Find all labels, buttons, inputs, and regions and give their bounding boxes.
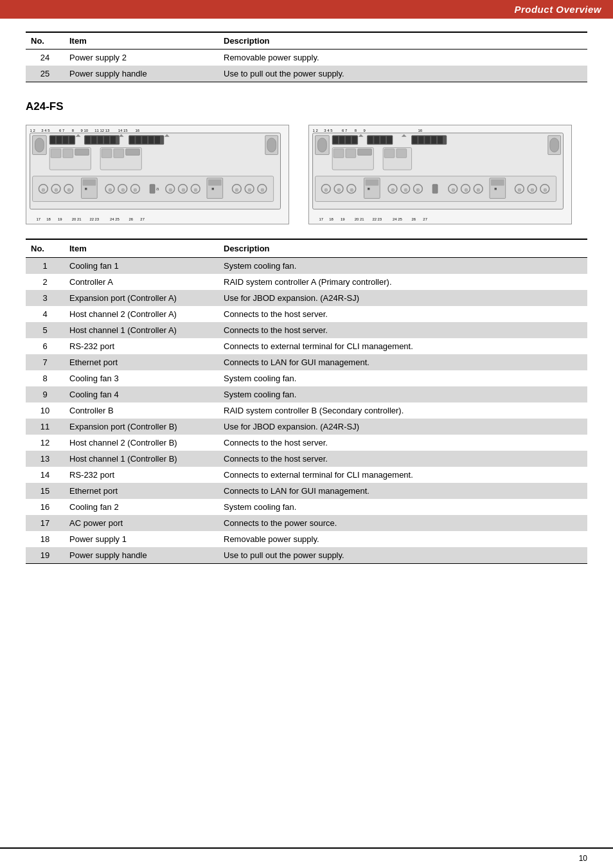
- svg-text:■: ■: [84, 186, 87, 191]
- cell-desc: System cooling fan.: [218, 499, 587, 515]
- cell-item: Power supply handle: [64, 66, 218, 82]
- cell-no: 9: [26, 386, 64, 402]
- cell-item: Host channel 2 (Controller B): [64, 435, 218, 451]
- svg-rect-110: [333, 149, 344, 158]
- svg-rect-33: [63, 149, 73, 158]
- svg-text:⊗: ⊗: [133, 187, 138, 193]
- svg-rect-27: [155, 136, 160, 144]
- svg-text:■: ■: [211, 186, 214, 191]
- main-col-header-item: Item: [64, 239, 218, 258]
- svg-rect-10: [35, 138, 44, 152]
- cell-item: Host channel 1 (Controller B): [64, 451, 218, 467]
- svg-text:8: 8: [355, 129, 357, 132]
- svg-text:1 2: 1 2: [30, 129, 35, 132]
- svg-text:26: 26: [129, 217, 134, 221]
- cell-desc: RAID system controller B (Secondary cont…: [218, 402, 587, 419]
- svg-text:16: 16: [135, 129, 139, 132]
- svg-text:26: 26: [412, 217, 416, 221]
- svg-rect-105: [431, 136, 436, 144]
- col-header-no: No.: [26, 32, 64, 50]
- cell-item: Cooling fan 2: [64, 499, 218, 515]
- svg-text:⊗: ⊗: [181, 187, 186, 193]
- cell-desc: System cooling fan.: [218, 386, 587, 402]
- cell-no: 2: [26, 274, 64, 290]
- svg-rect-15: [69, 136, 75, 144]
- cell-desc: Use for JBOD expansion. (A24R-SJ): [218, 419, 587, 435]
- svg-text:9 10: 9 10: [81, 129, 89, 132]
- cell-no: 1: [26, 258, 64, 275]
- svg-text:22 23: 22 23: [89, 217, 99, 221]
- cell-item: Controller A: [64, 274, 218, 290]
- svg-text:⊗: ⊗: [168, 187, 173, 193]
- svg-rect-95: [352, 136, 357, 144]
- svg-text:6 7: 6 7: [342, 129, 347, 132]
- svg-text:18: 18: [329, 217, 333, 221]
- table-row: 18 Power supply 1 Removable power supply…: [26, 531, 587, 547]
- top-table: No. Item Description 24 Power supply 2 R…: [26, 32, 587, 82]
- table-row: 11 Expansion port (Controller B) Use for…: [26, 419, 587, 435]
- diagram-1: 1 2 3 4 5 6 7 8 9 10 11 12 13 14 15 16: [26, 125, 289, 224]
- svg-text:⊗: ⊗: [41, 187, 46, 193]
- table-row: 7 Ethernet port Connects to LAN for GUI …: [26, 354, 587, 370]
- svg-rect-47: [83, 179, 96, 186]
- svg-text:⊗: ⊗: [451, 187, 456, 193]
- svg-text:18: 18: [46, 217, 51, 221]
- svg-rect-106: [438, 136, 443, 144]
- table-row: 12 Host channel 2 (Controller B) Connect…: [26, 435, 587, 451]
- svg-rect-149: [550, 138, 559, 152]
- cell-item: RS-232 port: [64, 338, 218, 354]
- cell-item: Power supply handle: [64, 547, 218, 564]
- cell-item: Controller B: [64, 402, 218, 419]
- cell-no: 10: [26, 402, 64, 419]
- svg-text:1 2: 1 2: [313, 129, 318, 132]
- svg-text:⊗: ⊗: [416, 187, 420, 193]
- cell-item: Ethernet port: [64, 354, 218, 370]
- cell-item: AC power port: [64, 515, 218, 531]
- section-title: A24-FS: [26, 100, 587, 113]
- svg-text:⊗: ⊗: [391, 187, 395, 193]
- cell-desc: Connects to the host server.: [218, 322, 587, 338]
- cell-no: 7: [26, 354, 64, 370]
- cell-no: 5: [26, 322, 64, 338]
- svg-rect-115: [396, 149, 407, 158]
- svg-text:17: 17: [319, 217, 323, 221]
- svg-text:20 21: 20 21: [355, 217, 364, 221]
- cell-desc: RAID system controller A (Primary contro…: [218, 274, 587, 290]
- svg-text:19: 19: [58, 217, 62, 221]
- cell-desc: Removable power supply.: [218, 50, 587, 66]
- cell-no: 16: [26, 499, 64, 515]
- table-row: 14 RS-232 port Connects to external term…: [26, 467, 587, 483]
- cell-no: 24: [26, 50, 64, 66]
- cell-item: Expansion port (Controller B): [64, 419, 218, 435]
- svg-text:8: 8: [72, 129, 75, 132]
- cell-desc: Connects to LAN for GUI management.: [218, 483, 587, 499]
- cell-item: Cooling fan 4: [64, 386, 218, 402]
- svg-text:⊗: ⊗: [121, 187, 125, 193]
- svg-rect-94: [346, 136, 351, 144]
- svg-rect-12: [50, 136, 55, 144]
- svg-rect-103: [418, 136, 423, 144]
- svg-text:⊗: ⊗: [464, 187, 468, 193]
- cell-desc: Connects to external terminal for CLI ma…: [218, 338, 587, 354]
- svg-rect-38: [126, 149, 140, 156]
- svg-text:17: 17: [36, 217, 40, 221]
- cell-desc: System cooling fan.: [218, 370, 587, 386]
- svg-rect-36: [102, 149, 112, 158]
- svg-rect-14: [63, 136, 68, 144]
- svg-rect-114: [384, 149, 395, 158]
- svg-text:⊗: ⊗: [260, 187, 265, 193]
- diagram-2: 1 2 3 4 5 6 7 8 9 16: [308, 125, 572, 224]
- svg-text:27: 27: [423, 217, 427, 221]
- cell-no: 25: [26, 66, 64, 82]
- cell-desc: Use to pull out the power supply.: [218, 66, 587, 82]
- table-row: 19 Power supply handle Use to pull out t…: [26, 547, 587, 564]
- svg-text:22 23: 22 23: [372, 217, 382, 221]
- cell-item: Cooling fan 3: [64, 370, 218, 386]
- footer: 10: [0, 847, 613, 868]
- svg-text:3 4 5: 3 4 5: [324, 129, 333, 132]
- svg-rect-17: [85, 136, 90, 144]
- svg-text:⊗: ⊗: [67, 187, 71, 193]
- cell-desc: Use to pull out the power supply.: [218, 547, 587, 564]
- page-number: 10: [579, 854, 587, 863]
- svg-rect-90: [317, 138, 326, 152]
